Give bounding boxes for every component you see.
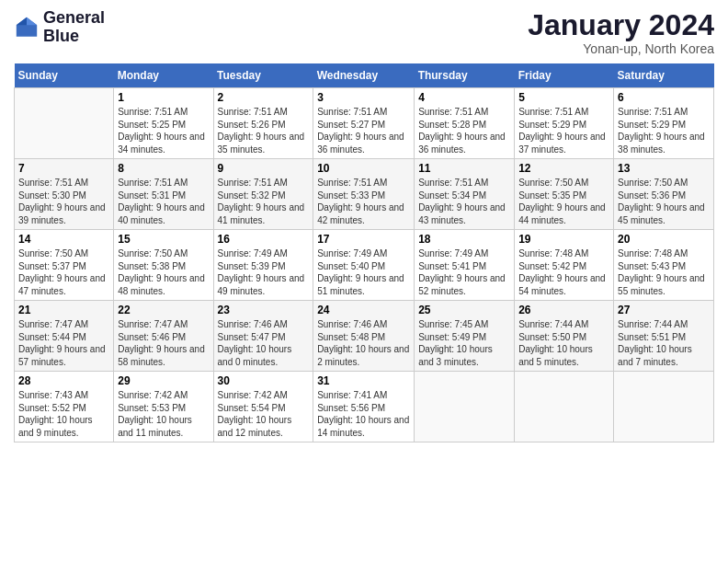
- day-info: Sunrise: 7:51 AMSunset: 5:30 PMDaylight:…: [18, 177, 109, 226]
- week-row-3: 14Sunrise: 7:50 AMSunset: 5:37 PMDayligh…: [15, 230, 714, 301]
- day-number: 12: [518, 162, 609, 175]
- day-cell: 16Sunrise: 7:49 AMSunset: 5:39 PMDayligh…: [213, 230, 313, 301]
- day-cell: [15, 88, 114, 159]
- day-cell: 23Sunrise: 7:46 AMSunset: 5:47 PMDayligh…: [213, 301, 313, 372]
- day-number: 5: [518, 91, 609, 104]
- day-cell: 29Sunrise: 7:42 AMSunset: 5:53 PMDayligh…: [114, 372, 213, 442]
- day-cell: [614, 372, 714, 442]
- day-number: 23: [218, 304, 310, 316]
- day-cell: 7Sunrise: 7:51 AMSunset: 5:30 PMDaylight…: [15, 159, 114, 230]
- day-info: Sunrise: 7:50 AMSunset: 5:37 PMDaylight:…: [18, 247, 109, 297]
- day-cell: 1Sunrise: 7:51 AMSunset: 5:25 PMDaylight…: [114, 88, 213, 159]
- day-number: 11: [418, 162, 510, 175]
- day-cell: 9Sunrise: 7:51 AMSunset: 5:32 PMDaylight…: [213, 159, 313, 230]
- day-cell: 14Sunrise: 7:50 AMSunset: 5:37 PMDayligh…: [15, 230, 114, 301]
- month-title: January 2024: [528, 9, 714, 41]
- day-number: 31: [317, 374, 410, 387]
- col-header-monday: Monday: [114, 63, 213, 88]
- day-info: Sunrise: 7:48 AMSunset: 5:43 PMDaylight:…: [618, 247, 710, 297]
- logo-text: General Blue: [43, 9, 105, 46]
- day-cell: 24Sunrise: 7:46 AMSunset: 5:48 PMDayligh…: [313, 301, 415, 372]
- day-number: 27: [618, 304, 710, 316]
- title-block: January 2024 Yonan-up, North Korea: [528, 9, 714, 56]
- day-number: 8: [118, 162, 209, 175]
- day-info: Sunrise: 7:51 AMSunset: 5:29 PMDaylight:…: [518, 106, 609, 155]
- day-cell: 5Sunrise: 7:51 AMSunset: 5:29 PMDaylight…: [515, 88, 614, 159]
- day-info: Sunrise: 7:49 AMSunset: 5:41 PMDaylight:…: [418, 247, 510, 297]
- day-number: 1: [118, 91, 209, 104]
- calendar-table: SundayMondayTuesdayWednesdayThursdayFrid…: [14, 63, 714, 442]
- week-row-1: 1Sunrise: 7:51 AMSunset: 5:25 PMDaylight…: [15, 88, 714, 159]
- day-info: Sunrise: 7:46 AMSunset: 5:47 PMDaylight:…: [218, 318, 310, 368]
- day-cell: 11Sunrise: 7:51 AMSunset: 5:34 PMDayligh…: [415, 159, 515, 230]
- day-info: Sunrise: 7:51 AMSunset: 5:26 PMDaylight:…: [218, 106, 310, 155]
- day-info: Sunrise: 7:48 AMSunset: 5:42 PMDaylight:…: [518, 247, 609, 297]
- day-number: 9: [218, 162, 310, 175]
- page-header: General Blue January 2024 Yonan-up, Nort…: [14, 9, 714, 56]
- day-number: 15: [118, 233, 209, 246]
- day-number: 24: [317, 304, 410, 316]
- day-info: Sunrise: 7:51 AMSunset: 5:31 PMDaylight:…: [118, 177, 209, 226]
- day-cell: 6Sunrise: 7:51 AMSunset: 5:29 PMDaylight…: [614, 88, 714, 159]
- day-info: Sunrise: 7:51 AMSunset: 5:32 PMDaylight:…: [218, 177, 310, 226]
- day-info: Sunrise: 7:50 AMSunset: 5:38 PMDaylight:…: [118, 247, 209, 297]
- day-cell: 25Sunrise: 7:45 AMSunset: 5:49 PMDayligh…: [415, 301, 515, 372]
- day-info: Sunrise: 7:51 AMSunset: 5:29 PMDaylight:…: [618, 106, 710, 155]
- col-header-sunday: Sunday: [15, 63, 114, 88]
- day-number: 10: [317, 162, 410, 175]
- logo: General Blue: [14, 9, 105, 46]
- day-cell: 30Sunrise: 7:42 AMSunset: 5:54 PMDayligh…: [213, 372, 313, 442]
- day-info: Sunrise: 7:49 AMSunset: 5:40 PMDaylight:…: [317, 247, 410, 297]
- day-number: 17: [317, 233, 410, 246]
- day-info: Sunrise: 7:50 AMSunset: 5:36 PMDaylight:…: [618, 177, 710, 226]
- day-info: Sunrise: 7:51 AMSunset: 5:33 PMDaylight:…: [317, 177, 410, 226]
- day-info: Sunrise: 7:47 AMSunset: 5:46 PMDaylight:…: [118, 318, 209, 368]
- day-cell: 19Sunrise: 7:48 AMSunset: 5:42 PMDayligh…: [515, 230, 614, 301]
- day-number: 22: [118, 304, 209, 316]
- day-number: 25: [418, 304, 510, 316]
- day-info: Sunrise: 7:45 AMSunset: 5:49 PMDaylight:…: [418, 318, 510, 368]
- day-cell: 20Sunrise: 7:48 AMSunset: 5:43 PMDayligh…: [614, 230, 714, 301]
- day-cell: 15Sunrise: 7:50 AMSunset: 5:38 PMDayligh…: [114, 230, 213, 301]
- day-number: 28: [18, 374, 109, 387]
- day-info: Sunrise: 7:51 AMSunset: 5:28 PMDaylight:…: [418, 106, 510, 155]
- day-info: Sunrise: 7:43 AMSunset: 5:52 PMDaylight:…: [18, 389, 109, 439]
- day-cell: 10Sunrise: 7:51 AMSunset: 5:33 PMDayligh…: [313, 159, 415, 230]
- day-info: Sunrise: 7:44 AMSunset: 5:51 PMDaylight:…: [618, 318, 710, 368]
- day-number: 13: [618, 162, 710, 175]
- day-cell: 4Sunrise: 7:51 AMSunset: 5:28 PMDaylight…: [415, 88, 515, 159]
- svg-marker-1: [27, 17, 37, 25]
- week-row-2: 7Sunrise: 7:51 AMSunset: 5:30 PMDaylight…: [15, 159, 714, 230]
- day-cell: 12Sunrise: 7:50 AMSunset: 5:35 PMDayligh…: [515, 159, 614, 230]
- logo-icon: [14, 15, 40, 40]
- day-cell: 8Sunrise: 7:51 AMSunset: 5:31 PMDaylight…: [114, 159, 213, 230]
- col-header-tuesday: Tuesday: [213, 63, 313, 88]
- day-cell: 28Sunrise: 7:43 AMSunset: 5:52 PMDayligh…: [15, 372, 114, 442]
- col-header-wednesday: Wednesday: [313, 63, 415, 88]
- day-number: 6: [618, 91, 710, 104]
- day-cell: 21Sunrise: 7:47 AMSunset: 5:44 PMDayligh…: [15, 301, 114, 372]
- day-info: Sunrise: 7:41 AMSunset: 5:56 PMDaylight:…: [317, 389, 410, 439]
- day-cell: 26Sunrise: 7:44 AMSunset: 5:50 PMDayligh…: [515, 301, 614, 372]
- day-number: 18: [418, 233, 510, 246]
- day-number: 16: [218, 233, 310, 246]
- day-info: Sunrise: 7:42 AMSunset: 5:53 PMDaylight:…: [118, 389, 209, 439]
- day-cell: 18Sunrise: 7:49 AMSunset: 5:41 PMDayligh…: [415, 230, 515, 301]
- day-number: 30: [218, 374, 310, 387]
- day-number: 4: [418, 91, 510, 104]
- week-row-4: 21Sunrise: 7:47 AMSunset: 5:44 PMDayligh…: [15, 301, 714, 372]
- col-header-thursday: Thursday: [415, 63, 515, 88]
- day-number: 3: [317, 91, 410, 104]
- day-number: 7: [18, 162, 109, 175]
- col-header-saturday: Saturday: [614, 63, 714, 88]
- day-cell: 2Sunrise: 7:51 AMSunset: 5:26 PMDaylight…: [213, 88, 313, 159]
- day-info: Sunrise: 7:44 AMSunset: 5:50 PMDaylight:…: [518, 318, 609, 368]
- day-cell: 17Sunrise: 7:49 AMSunset: 5:40 PMDayligh…: [313, 230, 415, 301]
- day-number: 2: [218, 91, 310, 104]
- day-cell: 22Sunrise: 7:47 AMSunset: 5:46 PMDayligh…: [114, 301, 213, 372]
- day-cell: 27Sunrise: 7:44 AMSunset: 5:51 PMDayligh…: [614, 301, 714, 372]
- day-info: Sunrise: 7:47 AMSunset: 5:44 PMDaylight:…: [18, 318, 109, 368]
- day-cell: [515, 372, 614, 442]
- day-info: Sunrise: 7:50 AMSunset: 5:35 PMDaylight:…: [518, 177, 609, 226]
- day-cell: 13Sunrise: 7:50 AMSunset: 5:36 PMDayligh…: [614, 159, 714, 230]
